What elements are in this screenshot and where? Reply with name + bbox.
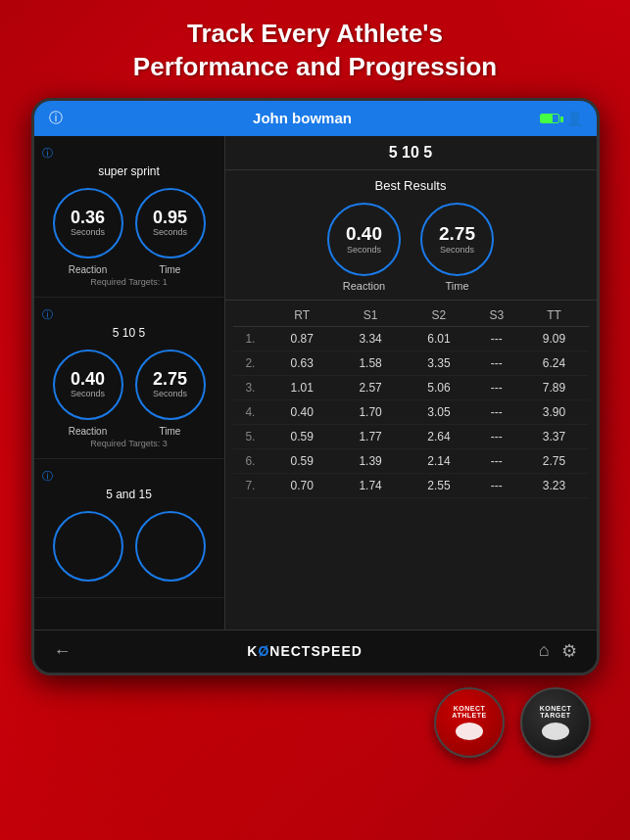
- col-header-s1: S1: [336, 304, 405, 327]
- info-icon-2[interactable]: ⓘ: [42, 307, 217, 322]
- athlete-oval: [456, 723, 483, 740]
- table-cell-col-5: 3.37: [520, 424, 589, 448]
- table-cell-col-2: 1.70: [336, 399, 405, 424]
- workout-card-5-and-15[interactable]: ⓘ 5 and 15: [34, 459, 224, 598]
- table-body: 1.0.873.346.01---9.092.0.631.583.35---6.…: [233, 326, 589, 497]
- reaction-circle-2: 0.40 Seconds: [53, 350, 123, 420]
- workout-name-2: 5 10 5: [42, 326, 217, 340]
- table-header: RT S1 S2 S3 TT: [233, 304, 589, 327]
- athlete-device-button[interactable]: KONECT ATHLETE: [434, 687, 505, 758]
- time-circle-3: [135, 511, 206, 582]
- athlete-device-label: KONECT: [454, 705, 486, 712]
- table-row: 6.0.591.392.14---2.75: [233, 448, 589, 473]
- table-cell-col-1: 0.59: [267, 424, 336, 448]
- col-header-s3: S3: [473, 304, 520, 327]
- back-icon[interactable]: ←: [54, 641, 72, 662]
- right-panel-header: 5 10 5: [225, 136, 597, 170]
- table-cell-col-1: 0.70: [267, 473, 336, 497]
- circles-row-3: [42, 511, 217, 582]
- table-cell-col-0: 5.: [233, 424, 268, 448]
- settings-icon[interactable]: ⚙: [561, 640, 577, 662]
- time-label-2: Time: [135, 426, 206, 437]
- labels-row-2: Reaction Time: [42, 426, 217, 437]
- left-panel: ⓘ super sprint 0.36 Seconds 0.95 Seconds…: [34, 136, 225, 630]
- required-targets-1: Required Targets: 1: [42, 277, 217, 287]
- workout-card-super-sprint[interactable]: ⓘ super sprint 0.36 Seconds 0.95 Seconds…: [34, 136, 224, 298]
- table-cell-col-5: 3.23: [520, 473, 589, 497]
- table-cell-col-4: ---: [473, 326, 520, 350]
- col-header-num: [233, 304, 268, 327]
- info-icon-3[interactable]: ⓘ: [42, 469, 217, 484]
- best-time-circle: 2.75 Seconds: [420, 203, 494, 276]
- tablet-device: ⓘ John bowman 👤 ⓘ super sprint 0.36 Seco…: [31, 98, 600, 676]
- table-cell-col-0: 6.: [233, 448, 268, 473]
- info-icon-1[interactable]: ⓘ: [42, 146, 217, 161]
- time-circle-2: 2.75 Seconds: [135, 350, 206, 420]
- table-cell-col-2: 1.77: [336, 424, 405, 448]
- athlete-device-sublabel: ATHLETE: [452, 712, 486, 719]
- reaction-value-1: 0.36: [71, 209, 105, 228]
- table-cell-col-4: ---: [473, 473, 520, 497]
- best-time-unit: Seconds: [440, 245, 474, 255]
- table-cell-col-1: 0.63: [267, 350, 336, 375]
- reaction-unit-2: Seconds: [71, 389, 105, 398]
- table-cell-col-2: 1.39: [336, 448, 405, 473]
- reaction-circle-3: [53, 511, 123, 582]
- table-cell-col-3: 3.05: [405, 399, 473, 424]
- best-labels-row: Reaction Time: [233, 280, 589, 292]
- time-unit-2: Seconds: [153, 389, 187, 398]
- home-icon[interactable]: ⌂: [539, 640, 550, 662]
- data-table-container: RT S1 S2 S3 TT 1.0.873.346.01---9.092.0.…: [225, 301, 597, 630]
- table-row: 4.0.401.703.05---3.90: [233, 399, 589, 424]
- workout-card-5-10-5[interactable]: ⓘ 5 10 5 0.40 Seconds 2.75 Seconds React…: [34, 298, 224, 459]
- table-cell-col-2: 1.74: [336, 473, 405, 497]
- profile-icon[interactable]: 👤: [565, 111, 585, 126]
- time-value-2: 2.75: [153, 370, 187, 390]
- table-cell-col-4: ---: [473, 399, 520, 424]
- time-label-1: Time: [135, 264, 206, 275]
- table-cell-col-3: 2.55: [405, 473, 473, 497]
- table-cell-col-0: 3.: [233, 375, 268, 399]
- page-header: Track Every Athlete's Performance and Pr…: [0, 0, 630, 98]
- best-results-label: Best Results: [233, 178, 589, 193]
- info-header-icon: ⓘ: [46, 110, 66, 127]
- header-line1: Track Every Athlete's: [39, 18, 591, 51]
- table-cell-col-5: 9.09: [520, 326, 589, 350]
- table-cell-col-5: 2.75: [520, 448, 589, 473]
- table-cell-col-3: 5.06: [405, 375, 473, 399]
- table-cell-col-3: 2.14: [405, 448, 473, 473]
- reaction-label-2: Reaction: [53, 426, 123, 437]
- table-cell-col-0: 4.: [233, 399, 268, 424]
- table-cell-col-0: 7.: [233, 473, 268, 497]
- time-unit-1: Seconds: [153, 227, 187, 237]
- target-oval: [542, 723, 569, 740]
- table-cell-col-3: 6.01: [405, 326, 473, 350]
- required-targets-2: Required Targets: 3: [42, 439, 217, 448]
- best-circles-row: 0.40 Seconds 2.75 Seconds: [233, 203, 589, 276]
- best-reaction-label: Reaction: [327, 280, 401, 292]
- table-cell-col-5: 7.89: [520, 375, 589, 399]
- right-title: 5 10 5: [233, 144, 589, 162]
- best-results-section: Best Results 0.40 Seconds 2.75 Seconds R…: [225, 170, 597, 301]
- app-logo: KØNECTSPEED: [247, 643, 363, 659]
- table-cell-col-2: 3.34: [336, 326, 405, 350]
- table-cell-col-4: ---: [473, 448, 520, 473]
- col-header-tt: TT: [520, 304, 589, 327]
- tablet-header: ⓘ John bowman 👤: [34, 101, 597, 136]
- col-header-rt: RT: [267, 304, 336, 327]
- results-table: RT S1 S2 S3 TT 1.0.873.346.01---9.092.0.…: [233, 304, 589, 498]
- reaction-value-2: 0.40: [71, 370, 105, 390]
- header-line2: Performance and Progression: [39, 51, 591, 84]
- reaction-unit-1: Seconds: [71, 227, 105, 237]
- table-cell-col-0: 2.: [233, 350, 268, 375]
- logo-accent: Ø: [258, 643, 269, 659]
- table-cell-col-1: 0.40: [267, 399, 336, 424]
- best-reaction-value: 0.40: [346, 223, 382, 245]
- table-cell-col-5: 6.24: [520, 350, 589, 375]
- target-device-button[interactable]: KONECT TARGET: [520, 687, 591, 758]
- time-value-1: 0.95: [153, 209, 187, 228]
- right-panel: 5 10 5 Best Results 0.40 Seconds 2.75 Se…: [225, 136, 597, 630]
- workout-name-1: super sprint: [42, 164, 217, 178]
- table-cell-col-1: 0.87: [267, 326, 336, 350]
- reaction-circle-1: 0.36 Seconds: [53, 188, 123, 258]
